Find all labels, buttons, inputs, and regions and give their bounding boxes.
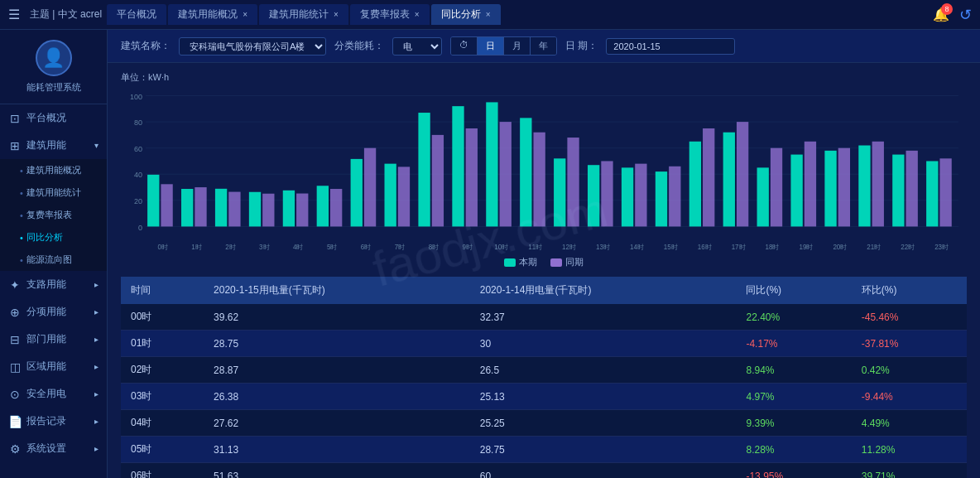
nav-label-3: 分项用能 [26,305,66,319]
notification-icon[interactable]: 🔔 8 [933,7,949,22]
topbar-icons: 🔔 8 ↺ [933,6,972,24]
nav-item-1[interactable]: ⊞建筑用能▾建筑用能概况建筑用能统计复费率报表同比分析能源流向图 [0,132,107,271]
cell-3-4: -9.44% [852,384,967,410]
data-table: 时间2020-1-15用电量(千瓦时)2020-1-14用电量(千瓦时)同比(%… [121,277,967,478]
svg-text:17时: 17时 [732,244,746,251]
topbar: ☰ 主题 | 中文 acrel 平台概况建筑用能概况×建筑用能统计×复费率报表×… [0,0,980,30]
cell-0-0: 00时 [121,304,204,331]
nav-item-8[interactable]: ⚙系统设置▸ [0,435,107,462]
svg-rect-45 [466,128,478,226]
cell-3-1: 26.38 [204,384,470,410]
svg-text:0: 0 [138,223,142,231]
table-row: 03时26.3825.134.97%-9.44% [121,384,967,410]
nav-item-5[interactable]: ◫区域用能▸ [0,353,107,380]
tab-close-icon[interactable]: × [486,10,491,19]
svg-text:18时: 18时 [766,244,780,251]
notification-badge: 8 [941,3,953,15]
tab-close-icon[interactable]: × [243,10,247,19]
cell-6-1: 51.63 [204,463,470,479]
cell-3-2: 25.13 [470,384,737,410]
date-input[interactable] [606,38,735,55]
cell-4-0: 04时 [121,410,204,437]
svg-rect-24 [554,158,565,226]
cell-2-2: 26.5 [470,357,737,384]
nav-item-4[interactable]: ⊟部门用能▸ [0,326,107,353]
category-select[interactable]: 电 [392,37,442,56]
nav-icon-2: ✦ [8,278,22,292]
nav-icon-3: ⊕ [8,306,22,319]
tab-同比分析[interactable]: 同比分析× [431,4,501,25]
table-row: 05时31.1328.758.28%11.28% [121,437,967,463]
col-header-2: 2020-1-14用电量(千瓦时) [470,277,737,304]
svg-rect-56 [838,148,850,227]
cell-2-1: 28.87 [204,357,470,384]
svg-text:22时: 22时 [901,244,915,251]
svg-rect-44 [432,135,444,227]
svg-rect-20 [418,113,430,226]
cell-4-1: 27.62 [204,410,470,437]
nav-item-label-2[interactable]: ✦支路用能▸ [0,271,107,298]
svg-rect-29 [723,133,735,227]
svg-rect-54 [771,148,782,227]
nav-item-label-3[interactable]: ⊕分项用能▸ [0,298,107,326]
svg-text:15时: 15时 [664,244,678,251]
tab-建筑用能概况[interactable]: 建筑用能概况× [168,4,257,25]
nav-item-label-5[interactable]: ◫区域用能▸ [0,353,107,380]
nav-arrow-icon-1: ▾ [94,141,98,150]
sub-nav-item-2[interactable]: 复费率报表 [0,204,107,226]
svg-rect-42 [364,148,376,227]
time-button-group: ⏱日月年 [450,36,557,56]
nav-item-3[interactable]: ⊕分项用能▸ [0,298,107,326]
nav-item-0[interactable]: ⊡平台概况 [0,104,107,132]
svg-rect-17 [317,186,329,226]
svg-rect-46 [500,122,512,226]
sub-nav-item-3[interactable]: 同比分析 [0,226,107,249]
building-select[interactable]: 安科瑞电气股份有限公司A楼 [179,37,326,56]
tab-close-icon[interactable]: × [415,10,420,19]
avatar: 👤 [36,40,72,76]
nav-item-label-7[interactable]: 📄报告记录▸ [0,408,107,435]
nav-item-7[interactable]: 📄报告记录▸ [0,408,107,435]
svg-rect-43 [398,167,410,226]
cell-1-4: -37.81% [852,331,967,357]
legend-item-0: 本期 [504,256,537,268]
time-btn-2[interactable]: 月 [504,37,531,55]
table-row: 00时39.6232.3722.40%-45.46% [121,304,967,331]
time-btn-1[interactable]: 日 [478,37,504,55]
sidebar: 👤 能耗管理系统 ⊡平台概况⊞建筑用能▾建筑用能概况建筑用能统计复费率报表同比分… [0,30,108,478]
nav-item-6[interactable]: ⊙安全用电▸ [0,380,107,408]
cell-2-3: 8.94% [736,357,851,384]
cell-5-2: 28.75 [470,437,737,463]
tab-平台概况[interactable]: 平台概况 [107,4,166,25]
svg-rect-47 [533,133,545,227]
tab-close-icon[interactable]: × [334,10,339,19]
tab-建筑用能统计[interactable]: 建筑用能统计× [259,4,348,25]
sub-nav-item-1[interactable]: 建筑用能统计 [0,181,107,204]
svg-text:20: 20 [134,197,142,205]
nav-item-label-6[interactable]: ⊙安全用电▸ [0,380,107,408]
sub-nav-item-0[interactable]: 建筑用能概况 [0,159,107,181]
menu-icon[interactable]: ☰ [8,7,20,22]
time-btn-3[interactable]: 年 [531,37,556,55]
svg-rect-15 [249,192,261,227]
table-row: 06时51.6360-13.95%39.71% [121,463,967,479]
cell-1-2: 30 [470,331,737,357]
svg-rect-34 [892,155,904,227]
svg-text:21时: 21时 [867,244,881,251]
nav-item-2[interactable]: ✦支路用能▸ [0,271,107,298]
svg-rect-40 [296,194,308,227]
chart-legend: 本期同期 [121,256,967,268]
nav-item-label-1[interactable]: ⊞建筑用能▾ [0,132,107,159]
svg-rect-19 [384,164,396,227]
svg-text:23时: 23时 [934,244,949,251]
nav-arrow-icon-6: ▸ [94,389,98,398]
nav-item-label-8[interactable]: ⚙系统设置▸ [0,435,107,462]
nav-item-label-4[interactable]: ⊟部门用能▸ [0,326,107,353]
time-btn-0[interactable]: ⏱ [451,37,478,55]
sub-nav-item-4[interactable]: 能源流向图 [0,249,107,271]
chart-wrap: 1008060402000时1时2时3时4时5时6时7时8时9时10时11时12… [121,87,967,253]
refresh-icon[interactable]: ↺ [959,6,972,24]
tab-复费率报表[interactable]: 复费率报表× [350,4,430,25]
cell-5-4: 11.28% [852,437,967,463]
nav-item-label-0[interactable]: ⊡平台概况 [0,104,107,132]
